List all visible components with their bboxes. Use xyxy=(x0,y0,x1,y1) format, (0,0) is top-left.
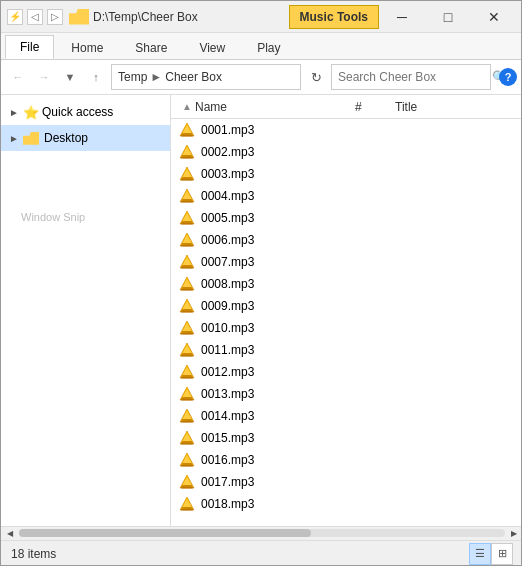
sidebar-item-desktop[interactable]: ► Desktop xyxy=(1,125,170,151)
file-row[interactable]: 0005.mp3 xyxy=(171,207,522,229)
file-row[interactable]: 0006.mp3 xyxy=(171,229,522,251)
svg-rect-54 xyxy=(181,355,193,357)
close-button[interactable]: ✕ xyxy=(471,1,517,33)
folder-desktop-icon xyxy=(23,132,39,145)
vlc-icon xyxy=(179,144,195,160)
file-name: 0013.mp3 xyxy=(201,387,515,401)
file-row[interactable]: 0007.mp3 xyxy=(171,251,522,273)
file-name: 0011.mp3 xyxy=(201,343,515,357)
folder-icon xyxy=(69,9,89,25)
svg-rect-14 xyxy=(181,179,193,181)
file-name: 0018.mp3 xyxy=(201,497,515,511)
sidebar-item-quick-access[interactable]: ► ⭐ Quick access xyxy=(1,99,170,125)
main-content: ► ⭐ Quick access ► Desktop Window Snip ▲… xyxy=(1,95,522,525)
vlc-icon xyxy=(179,452,195,468)
view-buttons: ☰ ⊞ xyxy=(469,543,513,565)
sidebar: ► ⭐ Quick access ► Desktop Window Snip xyxy=(1,95,171,525)
col-header-hash[interactable]: # xyxy=(355,100,395,114)
sort-up-arrow: ▲ xyxy=(179,101,195,112)
file-list-container[interactable]: ▲ Name # Title 0001.mp3 0002.mp3 0003.mp… xyxy=(171,95,522,525)
file-row[interactable]: 0014.mp3 xyxy=(171,405,522,427)
expand-arrow-desktop: ► xyxy=(9,133,21,144)
file-row[interactable]: 0018.mp3 xyxy=(171,493,522,515)
back-button[interactable]: ← xyxy=(7,66,29,88)
file-row[interactable]: 0009.mp3 xyxy=(171,295,522,317)
hscroll-thumb[interactable] xyxy=(19,529,311,537)
file-row[interactable]: 0016.mp3 xyxy=(171,449,522,471)
expand-arrow-quick-access: ► xyxy=(9,107,21,118)
vlc-icon xyxy=(179,298,195,314)
tab-share[interactable]: Share xyxy=(120,36,182,59)
refresh-button[interactable]: ↻ xyxy=(305,66,327,88)
file-name: 0012.mp3 xyxy=(201,365,515,379)
file-row[interactable]: 0015.mp3 xyxy=(171,427,522,449)
file-row[interactable]: 0003.mp3 xyxy=(171,163,522,185)
svg-rect-74 xyxy=(181,443,193,445)
svg-rect-84 xyxy=(181,487,193,489)
file-name: 0017.mp3 xyxy=(201,475,515,489)
vlc-icon xyxy=(179,188,195,204)
folder-nav-fwd[interactable]: ▷ xyxy=(47,9,63,25)
file-row[interactable]: 0013.mp3 xyxy=(171,383,522,405)
file-name: 0003.mp3 xyxy=(201,167,515,181)
file-row[interactable]: 0010.mp3 xyxy=(171,317,522,339)
folder-nav-back[interactable]: ◁ xyxy=(27,9,43,25)
file-name: 0002.mp3 xyxy=(201,145,515,159)
file-list-header: ▲ Name # Title xyxy=(171,95,522,119)
tab-play[interactable]: Play xyxy=(242,36,295,59)
vlc-icon xyxy=(179,474,195,490)
file-row[interactable]: 0017.mp3 xyxy=(171,471,522,493)
forward-button[interactable]: → xyxy=(33,66,55,88)
file-name: 0007.mp3 xyxy=(201,255,515,269)
quick-access-icon: ⚡ xyxy=(7,9,23,25)
title-bar-icons: ⚡ ◁ ▷ xyxy=(7,9,63,25)
svg-rect-64 xyxy=(181,399,193,401)
large-icon-view-button[interactable]: ⊞ xyxy=(491,543,513,565)
svg-rect-89 xyxy=(181,509,193,511)
title-controls: ─ □ ✕ xyxy=(379,1,517,33)
file-row[interactable]: 0004.mp3 xyxy=(171,185,522,207)
help-button[interactable]: ? xyxy=(499,68,517,86)
svg-rect-9 xyxy=(181,157,193,159)
hscroll-right-button[interactable]: ▶ xyxy=(507,526,521,540)
breadcrumb-temp: Temp xyxy=(118,70,147,84)
svg-rect-44 xyxy=(181,311,193,313)
file-rows: 0001.mp3 0002.mp3 0003.mp3 0004.mp3 0005… xyxy=(171,119,522,515)
file-row[interactable]: 0012.mp3 xyxy=(171,361,522,383)
svg-rect-19 xyxy=(181,201,193,203)
minimize-button[interactable]: ─ xyxy=(379,1,425,33)
recent-locations-button[interactable]: ▼ xyxy=(59,66,81,88)
hscroll-track[interactable] xyxy=(19,529,505,537)
breadcrumb-current: Cheer Box xyxy=(165,70,222,84)
tab-home[interactable]: Home xyxy=(56,36,118,59)
svg-rect-69 xyxy=(181,421,193,423)
status-bar: 18 items ☰ ⊞ xyxy=(1,540,522,566)
col-header-title[interactable]: Title xyxy=(395,100,515,114)
file-name: 0009.mp3 xyxy=(201,299,515,313)
file-row[interactable]: 0011.mp3 xyxy=(171,339,522,361)
svg-rect-24 xyxy=(181,223,193,225)
tab-file[interactable]: File xyxy=(5,35,54,59)
file-row[interactable]: 0002.mp3 xyxy=(171,141,522,163)
music-tools-tab[interactable]: Music Tools xyxy=(289,5,379,29)
search-input[interactable] xyxy=(338,70,488,84)
file-name: 0015.mp3 xyxy=(201,431,515,445)
col-header-name[interactable]: Name xyxy=(195,100,355,114)
vlc-icon xyxy=(179,342,195,358)
svg-rect-39 xyxy=(181,289,193,291)
file-name: 0004.mp3 xyxy=(201,189,515,203)
tab-view[interactable]: View xyxy=(184,36,240,59)
search-box[interactable]: 🔍 xyxy=(331,64,491,90)
details-view-button[interactable]: ☰ xyxy=(469,543,491,565)
svg-rect-29 xyxy=(181,245,193,247)
breadcrumb-sep: ► xyxy=(150,70,162,84)
address-path[interactable]: Temp ► Cheer Box xyxy=(111,64,301,90)
hscroll-left-button[interactable]: ◀ xyxy=(3,526,17,540)
vlc-icon xyxy=(179,320,195,336)
file-row[interactable]: 0001.mp3 xyxy=(171,119,522,141)
vlc-icon xyxy=(179,232,195,248)
maximize-button[interactable]: □ xyxy=(425,1,471,33)
up-button[interactable]: ↑ xyxy=(85,66,107,88)
file-row[interactable]: 0008.mp3 xyxy=(171,273,522,295)
horizontal-scrollbar[interactable]: ◀ ▶ xyxy=(1,526,522,540)
